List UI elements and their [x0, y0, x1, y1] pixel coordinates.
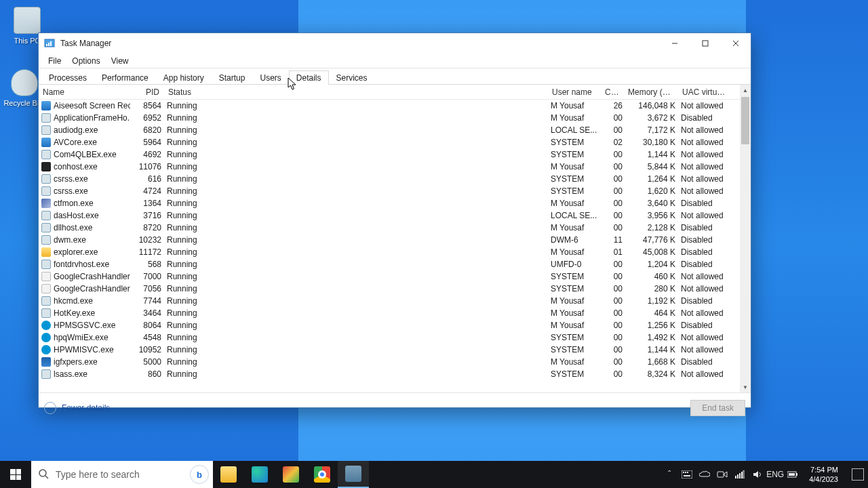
menu-options[interactable]: Options	[66, 55, 105, 67]
table-row[interactable]: audiodg.exe6820RunningLOCAL SE...007,172…	[39, 124, 751, 136]
process-status: Running	[164, 150, 548, 159]
start-button[interactable]	[0, 461, 31, 488]
column-memory[interactable]: Memory (a...	[625, 87, 678, 97]
process-memory: 30,180 K	[625, 138, 678, 147]
table-row[interactable]: fontdrvhost.exe568RunningUMFD-0001,204 K…	[39, 258, 751, 270]
table-row[interactable]: HotKey.exe3464RunningM Yousaf00464 KNot …	[39, 307, 751, 319]
taskbar-file-explorer[interactable]	[213, 461, 244, 488]
tab-details[interactable]: Details	[289, 70, 329, 85]
tab-app-history[interactable]: App history	[156, 70, 212, 85]
process-pid: 10952	[130, 345, 164, 354]
table-row[interactable]: Com4QLBEx.exe4692RunningSYSTEM001,144 KN…	[39, 148, 751, 161]
tray-meet-now-icon[interactable]	[717, 469, 728, 480]
tray-volume-icon[interactable]	[752, 469, 763, 480]
tray-notifications-icon[interactable]	[852, 468, 864, 481]
process-uac: Not allowed	[678, 101, 732, 110]
table-row[interactable]: csrss.exe4724RunningSYSTEM001,620 KNot a…	[39, 185, 751, 197]
table-row[interactable]: igfxpers.exe5000RunningM Yousaf001,668 K…	[39, 356, 751, 368]
process-uac: Not allowed	[678, 284, 732, 293]
table-row[interactable]: explorer.exe11172RunningM Yousaf0145,008…	[39, 246, 751, 258]
tray-chevron-up-icon[interactable]: ˆ	[664, 469, 675, 480]
process-cpu: 00	[602, 174, 625, 184]
process-uac: Disabled	[678, 199, 732, 208]
table-row[interactable]: AVCore.exe5964RunningSYSTEM0230,180 KNot…	[39, 136, 751, 148]
process-uac: Not allowed	[678, 186, 732, 196]
process-pid: 4548	[130, 333, 164, 342]
tab-startup[interactable]: Startup	[212, 70, 253, 85]
scroll-up-icon[interactable]: ▲	[740, 85, 751, 96]
svg-rect-15	[717, 472, 724, 477]
process-cpu: 00	[602, 211, 625, 220]
process-user: M Yousaf	[548, 162, 602, 171]
maximize-button[interactable]	[690, 33, 720, 54]
end-task-button[interactable]: End task	[690, 400, 745, 416]
process-cpu: 00	[602, 308, 625, 318]
process-pid: 568	[130, 260, 164, 269]
table-row[interactable]: HPMSGSVC.exe8064RunningM Yousaf001,256 K…	[39, 319, 751, 331]
process-status: Running	[164, 296, 548, 306]
process-status: Running	[164, 211, 548, 220]
tray-battery-icon[interactable]	[787, 469, 798, 480]
taskbar-chrome[interactable]	[307, 461, 338, 488]
table-row[interactable]: GoogleCrashHandler...7056RunningSYSTEM00…	[39, 283, 751, 295]
tray-network-icon[interactable]	[734, 469, 745, 480]
process-memory: 1,144 K	[625, 150, 678, 159]
svg-rect-1	[46, 44, 47, 46]
process-user: LOCAL SE...	[548, 211, 602, 220]
tab-services[interactable]: Services	[329, 70, 375, 85]
taskbar-app[interactable]	[275, 461, 307, 488]
menu-view[interactable]: View	[106, 55, 134, 67]
column-status[interactable]: Status	[164, 87, 548, 97]
vertical-scrollbar[interactable]: ▲ ▼	[740, 85, 751, 392]
process-pid: 3464	[130, 308, 164, 318]
menu-file[interactable]: File	[43, 55, 66, 67]
minimize-button[interactable]	[659, 33, 690, 54]
process-user: M Yousaf	[548, 101, 602, 110]
tab-users[interactable]: Users	[252, 70, 288, 85]
table-row[interactable]: dasHost.exe3716RunningLOCAL SE...003,956…	[39, 209, 751, 222]
process-user: SYSTEM	[548, 345, 602, 354]
titlebar[interactable]: Task Manager	[39, 33, 751, 54]
tray-clock[interactable]: 7:54 PM 4/4/2023	[805, 465, 842, 484]
table-row[interactable]: HPWMISVC.exe10952RunningSYSTEM001,144 KN…	[39, 344, 751, 356]
tray-onedrive-icon[interactable]	[699, 469, 710, 480]
process-user: SYSTEM	[548, 333, 602, 342]
column-pid[interactable]: PID	[130, 87, 164, 97]
table-row[interactable]: ctfmon.exe1364RunningM Yousaf003,640 KDi…	[39, 197, 751, 209]
taskbar-edge[interactable]	[244, 461, 275, 488]
table-row[interactable]: Aiseesoft Screen Rec...8564RunningM Yous…	[39, 100, 751, 112]
process-name: GoogleCrashHandler...	[54, 272, 130, 281]
process-pid: 6820	[130, 125, 164, 135]
tray-eng-icon[interactable]: ENG	[770, 469, 781, 480]
process-user: M Yousaf	[548, 113, 602, 123]
table-row[interactable]: dwm.exe10232RunningDWM-61147,776 KDisabl…	[39, 234, 751, 246]
taskbar-search[interactable]: Type here to search b	[31, 461, 213, 488]
tray-keyboard-icon[interactable]	[682, 469, 692, 480]
table-row[interactable]: hpqWmiEx.exe4548RunningSYSTEM001,492 KNo…	[39, 331, 751, 344]
fewer-details-button[interactable]: ︿ Fewer details	[44, 402, 110, 414]
bing-icon[interactable]: b	[190, 465, 209, 484]
taskbar-task-manager[interactable]	[338, 461, 369, 488]
process-icon	[41, 357, 51, 367]
close-button[interactable]	[720, 33, 751, 54]
scroll-thumb[interactable]	[741, 97, 749, 144]
table-row[interactable]: conhost.exe11076RunningM Yousaf005,844 K…	[39, 161, 751, 173]
process-memory: 1,620 K	[625, 186, 678, 196]
table-row[interactable]: GoogleCrashHandler...7000RunningSYSTEM00…	[39, 270, 751, 283]
process-memory: 8,324 K	[625, 369, 678, 379]
column-cpu[interactable]: CPU	[602, 87, 625, 97]
process-icon	[41, 284, 51, 293]
column-uac[interactable]: UAC virtualizat...	[678, 87, 732, 97]
table-row[interactable]: csrss.exe616RunningSYSTEM001,264 KNot al…	[39, 173, 751, 185]
column-user[interactable]: User name	[548, 87, 602, 97]
table-row[interactable]: hkcmd.exe7744RunningM Yousaf001,192 KDis…	[39, 295, 751, 307]
table-row[interactable]: ApplicationFrameHo...6952RunningM Yousaf…	[39, 112, 751, 124]
column-name[interactable]: Name	[39, 87, 130, 97]
process-cpu: 00	[602, 272, 625, 281]
tab-performance[interactable]: Performance	[94, 70, 156, 85]
table-row[interactable]: dllhost.exe8720RunningM Yousaf002,128 KD…	[39, 222, 751, 234]
scroll-down-icon[interactable]: ▼	[740, 382, 751, 392]
table-row[interactable]: lsass.exe860RunningSYSTEM008,324 KNot al…	[39, 368, 751, 380]
tab-processes[interactable]: Processes	[41, 70, 94, 85]
process-status: Running	[164, 369, 548, 379]
